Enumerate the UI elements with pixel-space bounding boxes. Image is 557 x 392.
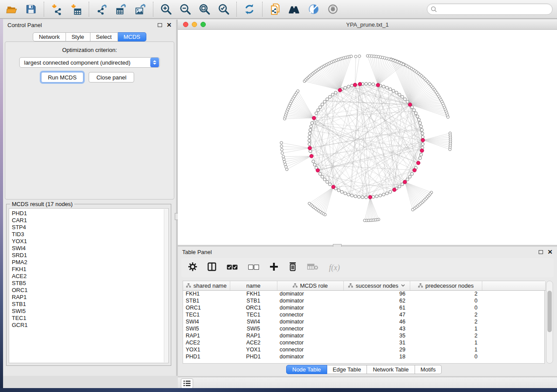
graph-node[interactable]: [312, 160, 315, 163]
result-item[interactable]: PMA2: [12, 259, 168, 266]
delete-column-icon[interactable]: [289, 262, 297, 273]
mcds-node[interactable]: [408, 103, 412, 106]
graph-node[interactable]: [420, 153, 423, 156]
network-file-share-icon[interactable]: [269, 3, 282, 16]
result-scrollbar[interactable]: [164, 209, 168, 362]
graph-node[interactable]: [323, 100, 326, 103]
result-item[interactable]: YOX1: [12, 238, 168, 245]
graph-node[interactable]: [321, 175, 324, 178]
graph-node[interactable]: [382, 85, 385, 88]
graph-node[interactable]: [416, 115, 419, 118]
graph-node[interactable]: [321, 103, 324, 106]
graph-node[interactable]: [308, 202, 311, 205]
graph-node[interactable]: [347, 85, 350, 88]
select-all-checkboxes-icon[interactable]: [227, 264, 238, 272]
graph-node[interactable]: [406, 100, 409, 103]
graph-node[interactable]: [282, 155, 284, 158]
result-item[interactable]: SRD1: [12, 252, 168, 259]
graph-node[interactable]: [329, 183, 332, 186]
graph-node[interactable]: [368, 83, 371, 86]
mcds-node[interactable]: [312, 116, 315, 120]
show-panels-button[interactable]: [181, 378, 193, 389]
graph-node[interactable]: [365, 83, 368, 86]
graph-node[interactable]: [309, 150, 312, 153]
table-row[interactable]: SWI5SWI5connector431: [183, 325, 545, 332]
graph-node[interactable]: [318, 106, 322, 109]
criterion-select[interactable]: largest connected component (undirected): [19, 57, 160, 68]
result-item[interactable]: PHD1: [12, 210, 168, 217]
graph-node[interactable]: [340, 190, 343, 193]
search-binoculars-icon[interactable]: [288, 3, 301, 16]
graph-node[interactable]: [309, 128, 312, 131]
graph-node[interactable]: [283, 161, 286, 163]
zoom-out-icon[interactable]: [179, 3, 192, 16]
graph-node[interactable]: [310, 125, 313, 128]
graph-node[interactable]: [308, 139, 311, 142]
result-item[interactable]: TID3: [12, 231, 168, 238]
tab-network-table[interactable]: Network Table: [367, 365, 415, 374]
result-item[interactable]: ORC1: [12, 287, 168, 294]
graph-node[interactable]: [318, 172, 322, 175]
table-scrollbar[interactable]: [546, 281, 553, 364]
import-network-icon[interactable]: [50, 3, 63, 16]
graph-node[interactable]: [419, 121, 422, 124]
table-row[interactable]: FKH1FKH1dominator962: [183, 290, 545, 297]
export-table-icon[interactable]: [114, 3, 128, 16]
graph-node[interactable]: [412, 208, 414, 211]
network-canvas[interactable]: [178, 30, 557, 245]
graph-node[interactable]: [315, 112, 318, 115]
table-row[interactable]: STB1STB1dominator620: [183, 297, 545, 304]
graph-node[interactable]: [363, 219, 366, 222]
save-session-icon[interactable]: [24, 3, 38, 16]
graphics-detail-eye-icon[interactable]: [326, 3, 339, 16]
result-item[interactable]: CAR1: [12, 217, 168, 224]
graph-node[interactable]: [385, 86, 388, 89]
graph-node[interactable]: [354, 195, 357, 198]
graph-node[interactable]: [280, 145, 283, 148]
table-row[interactable]: ACE2ACE2connector311: [183, 339, 545, 346]
graph-node[interactable]: [375, 195, 378, 198]
gear-icon[interactable]: [188, 262, 197, 273]
graph-node[interactable]: [313, 163, 316, 166]
mcds-node[interactable]: [376, 83, 380, 87]
mcds-node[interactable]: [393, 188, 396, 191]
table-row[interactable]: TEC1TEC1connector472: [183, 311, 545, 318]
tab-motifs[interactable]: Motifs: [415, 365, 442, 374]
mcds-node[interactable]: [416, 161, 420, 165]
graph-node[interactable]: [280, 148, 283, 151]
result-item[interactable]: SWI4: [12, 245, 168, 252]
graph-node[interactable]: [372, 83, 375, 86]
graph-node[interactable]: [331, 93, 334, 96]
graph-node[interactable]: [398, 93, 401, 96]
mcds-node[interactable]: [420, 149, 424, 152]
open-file-icon[interactable]: [5, 3, 18, 16]
zoom-in-icon[interactable]: [159, 3, 173, 16]
graph-node[interactable]: [337, 189, 340, 192]
refresh-icon[interactable]: [243, 3, 256, 16]
tab-node-table[interactable]: Node Table: [286, 365, 327, 374]
column-header-predecessor-nodes[interactable]: predecessor nodes: [410, 281, 482, 290]
graph-node[interactable]: [350, 84, 353, 87]
tab-mcds[interactable]: MCDS: [118, 32, 146, 41]
graph-node[interactable]: [308, 135, 311, 138]
split-columns-icon[interactable]: [208, 262, 216, 273]
float-panel-icon[interactable]: [539, 250, 543, 254]
graph-node[interactable]: [398, 185, 401, 188]
mcds-node[interactable]: [358, 83, 362, 86]
mcds-node[interactable]: [403, 180, 407, 184]
column-header-successor-nodes[interactable]: successor nodes: [343, 281, 410, 290]
float-panel-icon[interactable]: [158, 23, 162, 27]
graph-node[interactable]: [308, 143, 311, 146]
result-item[interactable]: GCR1: [12, 322, 168, 329]
graph-node[interactable]: [412, 109, 415, 112]
graph-node[interactable]: [323, 178, 326, 181]
result-item[interactable]: ACE2: [12, 273, 168, 280]
table-row[interactable]: SWI4SWI4dominator462: [183, 318, 545, 325]
graph-node[interactable]: [406, 178, 409, 181]
graph-node[interactable]: [317, 109, 320, 112]
graph-node[interactable]: [419, 157, 422, 160]
graph-node[interactable]: [308, 132, 311, 135]
scrollbar-thumb[interactable]: [547, 291, 552, 332]
graph-node[interactable]: [382, 193, 385, 196]
graph-node[interactable]: [365, 196, 368, 199]
